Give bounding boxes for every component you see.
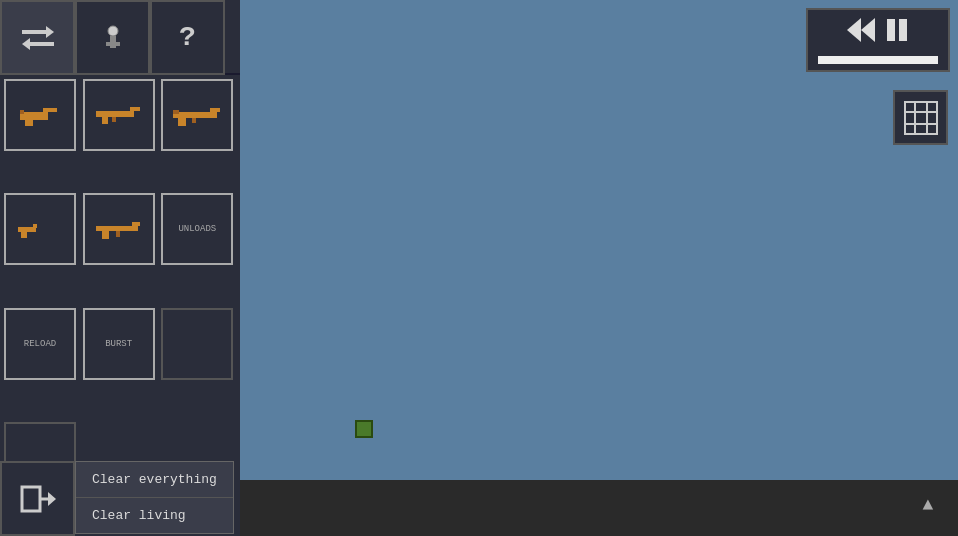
clear-living-button[interactable]: Clear living [76, 498, 233, 533]
progress-bar-background [818, 56, 938, 64]
svg-marker-3 [22, 38, 30, 50]
item-label-8: BURST [105, 339, 132, 349]
grid-toggle-button[interactable] [893, 90, 948, 145]
item-cell-8[interactable]: BURST [83, 308, 155, 380]
svg-rect-7 [20, 112, 48, 120]
toolbar: ? [0, 0, 240, 75]
svg-rect-25 [102, 231, 109, 239]
progress-bar-fill [818, 56, 938, 64]
item2-icon [98, 23, 128, 53]
bottom-bar: ▲ [240, 480, 958, 536]
pause-icon [883, 16, 911, 44]
bottom-right-hint: ▲ [908, 490, 948, 520]
svg-rect-14 [112, 117, 116, 122]
svg-rect-22 [21, 232, 27, 238]
item-cell-7[interactable]: RELOAD [4, 308, 76, 380]
item-label-7: RELOAD [24, 339, 56, 349]
swap-button[interactable] [0, 0, 75, 75]
svg-rect-36 [905, 102, 937, 134]
top-right-controls [798, 0, 958, 80]
item-cell-2[interactable] [83, 79, 155, 151]
svg-rect-10 [20, 110, 24, 114]
item-cell-5[interactable] [83, 193, 155, 265]
item-cell-3[interactable] [161, 79, 233, 151]
rewind-buttons [845, 16, 911, 50]
svg-rect-16 [210, 108, 220, 112]
svg-rect-12 [130, 107, 140, 111]
app: ? [0, 0, 958, 536]
weapon-shotgun-icon [15, 214, 65, 244]
svg-rect-37 [22, 487, 40, 511]
weapon-assault-icon [94, 214, 144, 244]
item-cell-9[interactable] [161, 308, 233, 380]
rewind-icon [845, 16, 877, 44]
svg-rect-24 [132, 222, 140, 226]
exit-button[interactable] [0, 461, 75, 536]
svg-rect-2 [30, 42, 54, 46]
swap-icon [20, 20, 56, 56]
weapon-rifle-icon [172, 100, 222, 130]
context-menu: Clear everything Clear living [75, 461, 234, 534]
svg-rect-9 [25, 120, 33, 126]
exit-icon [18, 479, 58, 519]
green-square-object [355, 420, 373, 438]
svg-rect-0 [22, 30, 46, 34]
item-cell-4[interactable] [4, 193, 76, 265]
grid-icon [903, 100, 939, 136]
svg-rect-18 [192, 118, 196, 123]
svg-marker-29 [861, 18, 875, 42]
sidebar-bottom: Clear everything Clear living [0, 461, 240, 536]
svg-rect-21 [33, 224, 37, 228]
item2-button[interactable] [75, 0, 150, 75]
pause-button[interactable] [883, 16, 911, 50]
svg-marker-1 [46, 26, 54, 38]
svg-marker-28 [847, 18, 861, 42]
svg-rect-26 [116, 231, 120, 237]
clear-everything-button[interactable]: Clear everything [76, 462, 233, 498]
item-label-6: UNLOADS [178, 224, 216, 234]
svg-rect-6 [106, 42, 120, 46]
item-cell-1[interactable] [4, 79, 76, 151]
help-label: ? [179, 22, 196, 53]
weapon-smg-icon [94, 100, 144, 130]
item-cell-6[interactable]: UNLOADS [161, 193, 233, 265]
svg-rect-11 [96, 111, 134, 117]
svg-marker-39 [48, 492, 56, 506]
rewind-group [806, 8, 950, 72]
sidebar: ? [0, 0, 240, 536]
svg-rect-30 [887, 19, 895, 41]
svg-rect-13 [102, 117, 108, 124]
rewind-button[interactable] [845, 16, 877, 50]
svg-rect-15 [173, 112, 217, 118]
svg-rect-17 [178, 118, 186, 126]
svg-rect-19 [173, 110, 179, 114]
svg-rect-31 [899, 19, 907, 41]
weapon-pistol-icon [15, 100, 65, 130]
svg-rect-8 [43, 108, 57, 112]
svg-point-4 [108, 26, 118, 36]
svg-rect-23 [96, 226, 138, 231]
help-button[interactable]: ? [150, 0, 225, 75]
